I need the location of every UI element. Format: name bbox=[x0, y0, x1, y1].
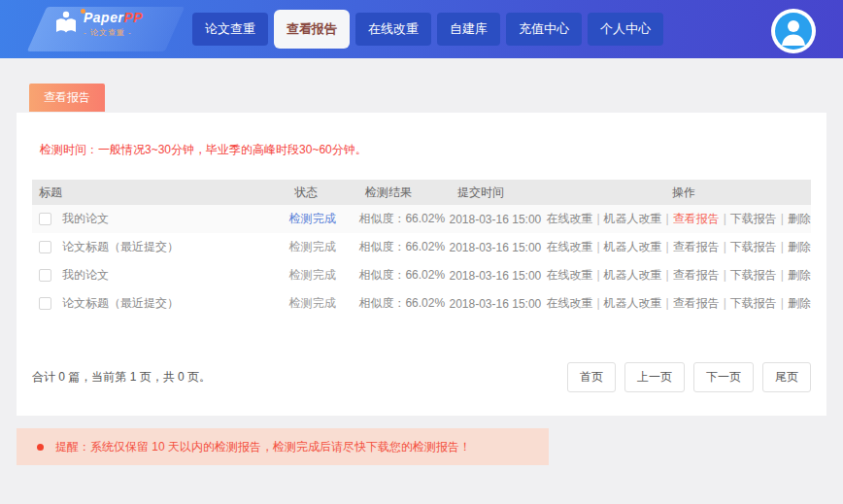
row-actions: 在线改重|机器人改重|查看报告|下载报告|删除 bbox=[546, 295, 811, 312]
action-separator: | bbox=[781, 212, 784, 225]
action-separator: | bbox=[781, 268, 784, 282]
submit-time: 2018-03-16 15:00 bbox=[450, 241, 547, 254]
nav-item-view-reports[interactable]: 查看报告 bbox=[274, 10, 350, 49]
action-separator: | bbox=[666, 240, 669, 253]
header-actions: 操作 bbox=[556, 185, 811, 201]
status-link[interactable]: 检测完成 bbox=[289, 240, 336, 253]
action-separator: | bbox=[596, 240, 599, 253]
action-delete[interactable]: 删除 bbox=[788, 240, 811, 253]
submit-time: 2018-03-16 15:00 bbox=[450, 297, 547, 311]
header-title: 标题 bbox=[32, 185, 294, 201]
similarity-result: 相似度：66.02% bbox=[358, 295, 449, 312]
action-separator: | bbox=[596, 268, 599, 282]
action-separator: | bbox=[781, 240, 784, 253]
paper-title: 论文标题（最近提交） bbox=[62, 295, 179, 312]
reminder-text: 提醒：系统仅保留 10 天以内的检测报告，检测完成后请尽快下载您的检测报告！ bbox=[55, 439, 471, 455]
action-online-rewrite[interactable]: 在线改重 bbox=[546, 212, 592, 225]
bullet-dot-icon bbox=[37, 444, 44, 451]
action-separator: | bbox=[596, 212, 599, 225]
action-robot-rewrite[interactable]: 机器人改重 bbox=[604, 296, 662, 310]
row-checkbox[interactable] bbox=[39, 213, 51, 225]
action-online-rewrite[interactable]: 在线改重 bbox=[546, 240, 592, 253]
header-result: 检测结果 bbox=[365, 185, 457, 201]
nav-item-custom-library[interactable]: 自建库 bbox=[437, 13, 500, 46]
nav-item-recharge-center[interactable]: 充值中心 bbox=[506, 13, 582, 46]
action-robot-rewrite[interactable]: 机器人改重 bbox=[604, 212, 662, 225]
table-row: 我的论文 检测完成 相似度：66.02% 2018-03-16 15:00 在线… bbox=[32, 205, 811, 233]
row-checkbox[interactable] bbox=[39, 297, 51, 310]
main-nav: 论文查重 查看报告 在线改重 自建库 充值中心 个人中心 bbox=[192, 10, 663, 49]
action-download-report[interactable]: 下载报告 bbox=[730, 212, 777, 225]
action-download-report[interactable]: 下载报告 bbox=[730, 240, 777, 253]
row-actions: 在线改重|机器人改重|查看报告|下载报告|删除 bbox=[546, 211, 811, 227]
status-link[interactable]: 检测完成 bbox=[289, 296, 336, 310]
nav-item-online-rewrite[interactable]: 在线改重 bbox=[355, 13, 431, 46]
table-row: 我的论文 检测完成 相似度：66.02% 2018-03-16 15:00 在线… bbox=[32, 261, 811, 289]
action-separator: | bbox=[724, 212, 726, 225]
action-separator: | bbox=[724, 296, 726, 310]
action-download-report[interactable]: 下载报告 bbox=[730, 296, 777, 310]
action-online-rewrite[interactable]: 在线改重 bbox=[546, 268, 592, 282]
action-online-rewrite[interactable]: 在线改重 bbox=[546, 296, 592, 310]
similarity-result: 相似度：66.02% bbox=[358, 239, 449, 255]
action-separator: | bbox=[596, 296, 599, 310]
action-separator: | bbox=[724, 268, 726, 282]
prev-page-button[interactable]: 上一页 bbox=[624, 362, 685, 392]
action-separator: | bbox=[781, 296, 784, 310]
pagination-summary: 合计 0 篇，当前第 1 页，共 0 页。 bbox=[32, 369, 211, 386]
paper-title: 论文标题（最近提交） bbox=[62, 239, 179, 255]
action-separator: | bbox=[666, 212, 669, 225]
book-reader-icon bbox=[54, 11, 78, 38]
list-footer: 合计 0 篇，当前第 1 页，共 0 页。 首页 上一页 下一页 尾页 bbox=[32, 362, 811, 392]
nav-item-paper-check[interactable]: 论文查重 bbox=[192, 13, 268, 46]
pagination: 首页 上一页 下一页 尾页 bbox=[567, 362, 811, 392]
action-robot-rewrite[interactable]: 机器人改重 bbox=[604, 240, 662, 253]
view-reports-badge: 查看报告 bbox=[29, 84, 105, 112]
action-delete[interactable]: 删除 bbox=[788, 296, 811, 310]
header-time: 提交时间 bbox=[457, 185, 556, 201]
action-view-report[interactable]: 查看报告 bbox=[673, 240, 720, 253]
reports-card: 检测时间：一般情况3~30分钟，毕业季的高峰时段30~60分钟。 标题 状态 检… bbox=[17, 113, 826, 416]
status-link[interactable]: 检测完成 bbox=[289, 212, 336, 225]
action-view-report[interactable]: 查看报告 bbox=[673, 268, 720, 282]
brand-name: PaperPP bbox=[84, 11, 143, 25]
next-page-button[interactable]: 下一页 bbox=[693, 362, 754, 392]
action-robot-rewrite[interactable]: 机器人改重 bbox=[604, 268, 662, 282]
avatar-person-icon bbox=[775, 13, 812, 50]
retention-reminder: 提醒：系统仅保留 10 天以内的检测报告，检测完成后请尽快下载您的检测报告！ bbox=[17, 428, 549, 465]
action-separator: | bbox=[666, 296, 669, 310]
similarity-result: 相似度：66.02% bbox=[358, 211, 449, 227]
detection-time-notice: 检测时间：一般情况3~30分钟，毕业季的高峰时段30~60分钟。 bbox=[40, 142, 811, 158]
status-link[interactable]: 检测完成 bbox=[289, 268, 336, 282]
header-status: 状态 bbox=[294, 185, 365, 201]
similarity-result: 相似度：66.02% bbox=[358, 267, 449, 284]
action-delete[interactable]: 删除 bbox=[788, 268, 811, 282]
table-row: 论文标题（最近提交） 检测完成 相似度：66.02% 2018-03-16 15… bbox=[32, 233, 811, 261]
submit-time: 2018-03-16 15:00 bbox=[450, 213, 547, 226]
last-page-button[interactable]: 尾页 bbox=[762, 362, 811, 392]
row-actions: 在线改重|机器人改重|查看报告|下载报告|删除 bbox=[546, 267, 811, 284]
row-checkbox[interactable] bbox=[39, 241, 51, 253]
brand-logo[interactable]: PaperPP - 论文查重 - bbox=[51, 7, 165, 51]
user-avatar[interactable] bbox=[771, 9, 816, 53]
first-page-button[interactable]: 首页 bbox=[567, 362, 616, 392]
row-actions: 在线改重|机器人改重|查看报告|下载报告|删除 bbox=[546, 239, 811, 255]
action-view-report[interactable]: 查看报告 bbox=[673, 296, 720, 310]
action-download-report[interactable]: 下载报告 bbox=[730, 268, 777, 282]
action-view-report[interactable]: 查看报告 bbox=[673, 212, 720, 225]
row-checkbox[interactable] bbox=[39, 269, 51, 282]
table-row: 论文标题（最近提交） 检测完成 相似度：66.02% 2018-03-16 15… bbox=[32, 289, 811, 318]
nav-item-personal-center[interactable]: 个人中心 bbox=[588, 13, 663, 46]
paper-title: 我的论文 bbox=[62, 211, 109, 227]
top-navigation-bar: PaperPP - 论文查重 - 论文查重 查看报告 在线改重 自建库 充值中心… bbox=[0, 0, 843, 58]
action-delete[interactable]: 删除 bbox=[788, 212, 811, 225]
submit-time: 2018-03-16 15:00 bbox=[450, 269, 547, 283]
table-header-row: 标题 状态 检测结果 提交时间 操作 bbox=[32, 180, 811, 205]
action-separator: | bbox=[724, 240, 726, 253]
brand-tagline: - 论文查重 - bbox=[84, 29, 143, 38]
paper-title: 我的论文 bbox=[62, 267, 109, 284]
action-separator: | bbox=[666, 268, 669, 282]
